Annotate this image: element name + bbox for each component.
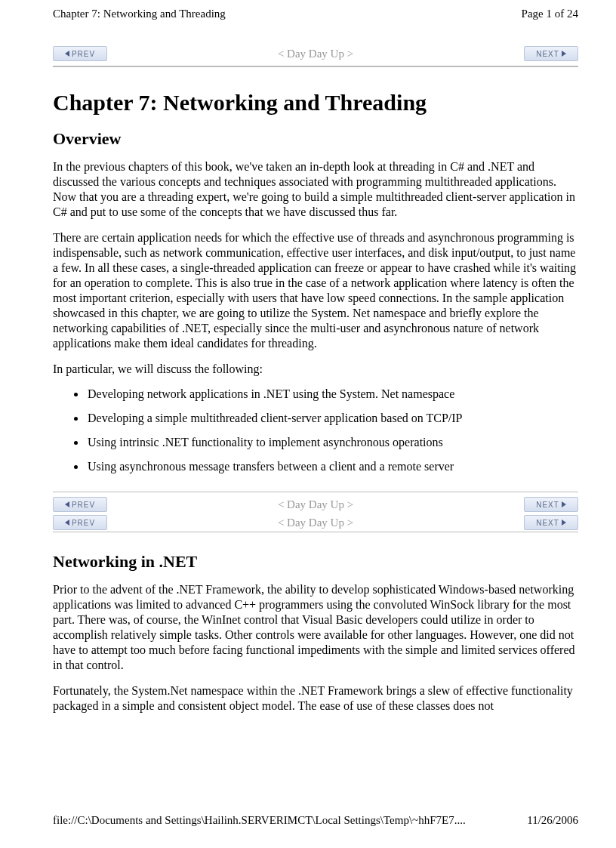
arrow-right-icon	[562, 51, 566, 57]
next-button[interactable]: NEXT	[524, 46, 578, 61]
paragraph: Prior to the advent of the .NET Framewor…	[53, 582, 578, 673]
prev-button-label: PREV	[72, 519, 95, 527]
list-item: Using intrinsic .NET functionality to im…	[86, 436, 578, 449]
nav-mid-2: PREV < Day Day Up > NEXT	[53, 513, 578, 532]
list-item: Developing a simple multithreaded client…	[86, 412, 578, 425]
prev-button[interactable]: PREV	[53, 497, 107, 512]
arrow-right-icon	[562, 520, 566, 526]
arrow-right-icon	[562, 501, 566, 507]
list-item: Using asynchronous message transfers bet…	[86, 460, 578, 473]
prev-button[interactable]: PREV	[53, 515, 107, 530]
section-networking-title: Networking in .NET	[53, 552, 578, 572]
nav-top: PREV < Day Day Up > NEXT	[53, 35, 578, 66]
next-button-label: NEXT	[536, 50, 559, 58]
content-area: PREV < Day Day Up > NEXT Chapter 7: Netw…	[0, 20, 616, 714]
paragraph: There are certain application needs for …	[53, 230, 578, 351]
next-button-label: NEXT	[536, 501, 559, 509]
divider	[53, 532, 578, 532]
paragraph: Fortunately, the System.Net namespace wi…	[53, 683, 578, 714]
header-page-number: Page 1 of 24	[522, 8, 578, 20]
arrow-left-icon	[65, 520, 69, 526]
arrow-left-icon	[65, 51, 69, 57]
section-overview-title: Overview	[53, 129, 578, 149]
page-header: Chapter 7: Networking and Threading Page…	[0, 0, 616, 20]
header-title: Chapter 7: Networking and Threading	[53, 8, 226, 20]
footer-date: 11/26/2006	[527, 814, 578, 827]
prev-button-label: PREV	[72, 50, 95, 58]
next-button[interactable]: NEXT	[524, 497, 578, 512]
divider	[53, 492, 578, 492]
chapter-title: Chapter 7: Networking and Threading	[53, 90, 578, 116]
divider	[53, 66, 578, 67]
prev-button[interactable]: PREV	[53, 46, 107, 61]
prev-button-label: PREV	[72, 501, 95, 509]
nav-mid-1: PREV < Day Day Up > NEXT	[53, 495, 578, 513]
arrow-left-icon	[65, 501, 69, 507]
next-button[interactable]: NEXT	[524, 515, 578, 530]
nav-center-label: < Day Day Up >	[53, 498, 578, 511]
paragraph: In particular, we will discuss the follo…	[53, 362, 578, 377]
list-item: Developing network applications in .NET …	[86, 387, 578, 401]
bullet-list: Developing network applications in .NET …	[53, 387, 578, 473]
next-button-label: NEXT	[536, 519, 559, 527]
nav-center-label: < Day Day Up >	[53, 48, 578, 60]
paragraph: In the previous chapters of this book, w…	[53, 159, 578, 220]
nav-center-label: < Day Day Up >	[53, 517, 578, 529]
page-footer: file://C:\Documents and Settings\Hailinh…	[53, 814, 578, 827]
footer-path: file://C:\Documents and Settings\Hailinh…	[53, 814, 466, 827]
